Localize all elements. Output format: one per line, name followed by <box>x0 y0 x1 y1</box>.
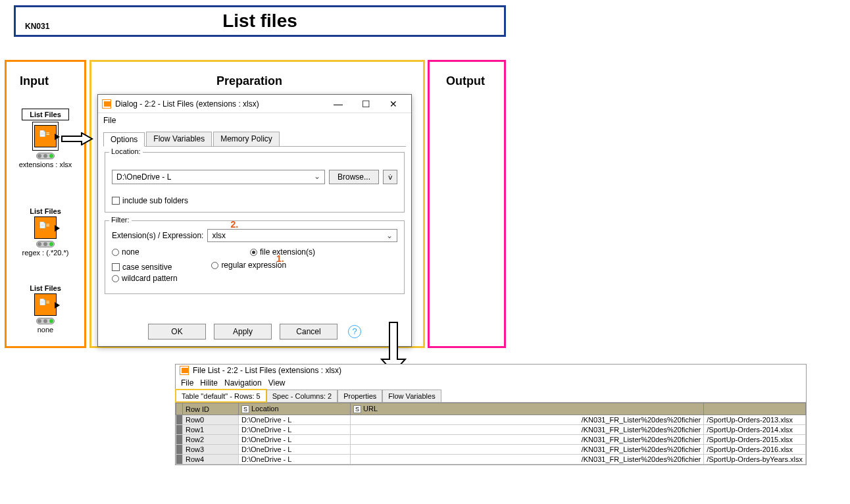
radio-wildcard[interactable] <box>112 275 119 282</box>
browse-button[interactable]: Browse... <box>329 170 379 184</box>
node-list-files-3[interactable]: List Files 📄≡ none <box>12 284 78 334</box>
menu-navigation[interactable]: Navigation <box>224 378 262 388</box>
col-url[interactable]: SURL <box>351 403 704 415</box>
close-button[interactable]: ✕ <box>380 96 407 112</box>
table-row[interactable]: Row2D:\OneDrive - L/KN031_FR_Lister%20de… <box>176 435 806 445</box>
table-row[interactable]: Row4D:\OneDrive - L/KN031_FR_Lister%20de… <box>176 455 806 465</box>
include-subfolders-label: include sub folders <box>122 196 188 205</box>
minimize-button[interactable]: — <box>324 96 352 112</box>
results-title: File List - 2:2 - List Files (extensions… <box>193 366 341 375</box>
tab-options[interactable]: Options <box>103 132 145 147</box>
title-text: List files <box>222 11 297 32</box>
results-titlebar[interactable]: File List - 2:2 - List Files (extensions… <box>176 365 806 376</box>
dialog-titlebar[interactable]: Dialog - 2:2 - List Files (extensions : … <box>98 95 411 113</box>
table-row[interactable]: Row3D:\OneDrive - L/KN031_FR_Lister%20de… <box>176 445 806 455</box>
include-subfolders-checkbox[interactable] <box>112 197 120 205</box>
tab-properties[interactable]: Properties <box>338 390 382 402</box>
location-fieldset: Location: 1. D:\OneDrive - L Browse... v… <box>105 152 405 213</box>
traffic-light <box>36 318 55 324</box>
tab-flow-variables[interactable]: Flow Variables <box>146 132 212 146</box>
ok-button[interactable]: OK <box>148 324 206 340</box>
tab-memory-policy[interactable]: Memory Policy <box>213 132 280 146</box>
dialog-menu-file[interactable]: File <box>98 113 411 128</box>
node-label: List Files <box>12 284 78 292</box>
tab-spec[interactable]: Spec - Columns: 2 <box>266 390 338 402</box>
list-files-icon: 📄≡ <box>34 125 57 147</box>
tab-flow-variables[interactable]: Flow Variables <box>382 390 441 402</box>
output-section-title: Output <box>446 74 485 88</box>
table-row[interactable]: Row0D:\OneDrive - L/KN031_FR_Lister%20de… <box>176 415 806 425</box>
filter-fieldset: Filter: Extension(s) / Expression: xlsx … <box>105 220 405 294</box>
history-button[interactable]: v̇ <box>383 170 397 184</box>
traffic-light <box>36 241 55 247</box>
results-window: File List - 2:2 - List Files (extensions… <box>175 364 807 465</box>
radio-none[interactable] <box>112 249 119 256</box>
filter-legend: Filter: <box>109 216 132 224</box>
output-section-frame <box>428 60 506 348</box>
table-row[interactable]: Row1D:\OneDrive - L/KN031_FR_Lister%20de… <box>176 425 806 435</box>
title-code: KN031 <box>25 22 49 31</box>
extensions-label: Extension(s) / Expression: <box>112 231 203 240</box>
menu-file[interactable]: File <box>181 378 193 388</box>
knime-icon <box>180 366 189 375</box>
traffic-light <box>36 153 55 159</box>
title-box: KN031 List files <box>14 5 506 37</box>
node-caption: regex : (.*20.*) <box>12 249 78 257</box>
knime-icon <box>102 99 111 109</box>
list-files-icon: 📄≡ <box>34 216 57 239</box>
help-icon[interactable]: ? <box>348 325 361 338</box>
results-table: Row ID SLocation SURL Row0D:\OneDrive - … <box>176 403 806 465</box>
location-legend: Location: <box>109 147 143 155</box>
col-rowid[interactable]: Row ID <box>183 403 239 415</box>
node-label: List Files <box>22 109 69 120</box>
apply-button[interactable]: Apply <box>214 324 272 340</box>
node-caption: extensions : xlsx <box>12 161 78 168</box>
node-label: List Files <box>12 207 78 215</box>
config-dialog: Dialog - 2:2 - List Files (extensions : … <box>97 94 412 347</box>
tab-table[interactable]: Table "default" - Rows: 5 <box>176 390 266 402</box>
list-files-icon: 📄≡ <box>34 293 57 316</box>
input-section-title: Input <box>20 74 49 88</box>
extensions-combo[interactable]: xlsx 2. <box>207 229 397 242</box>
location-combo[interactable]: D:\OneDrive - L <box>112 170 325 184</box>
menu-view[interactable]: View <box>268 378 286 388</box>
dialog-title: Dialog - 2:2 - List Files (extensions : … <box>115 99 324 109</box>
preparation-section-title: Preparation <box>216 74 282 88</box>
radio-regex[interactable] <box>211 262 218 269</box>
arrow-right-icon <box>61 132 93 145</box>
annotation-2: 2. <box>230 219 238 230</box>
radio-file-extensions[interactable] <box>250 249 257 256</box>
col-location[interactable]: SLocation <box>239 403 351 415</box>
dialog-tabs: Options Flow Variables Memory Policy <box>103 132 406 147</box>
maximize-button[interactable]: ☐ <box>352 96 380 112</box>
menu-hilite[interactable]: Hilite <box>200 378 218 388</box>
node-list-files-2[interactable]: List Files 📄≡ regex : (.*20.*) <box>12 207 78 257</box>
node-caption: none <box>12 326 78 334</box>
case-sensitive-checkbox[interactable] <box>112 263 120 271</box>
cancel-button[interactable]: Cancel <box>280 324 338 340</box>
